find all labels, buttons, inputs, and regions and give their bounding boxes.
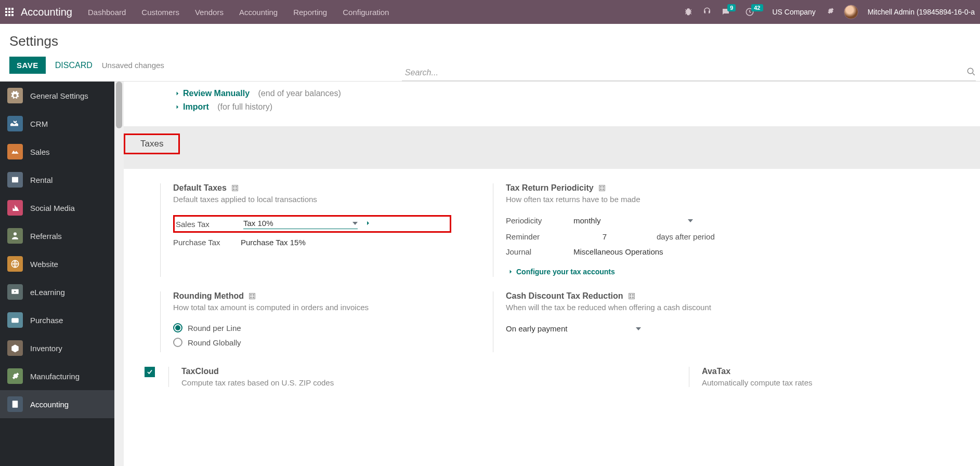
sidebar-label: Sales [30, 148, 50, 156]
messages-icon[interactable]: 9 [721, 7, 736, 17]
label-periodicity: Periodicity [506, 216, 573, 225]
setting-title: TaxCloud [181, 367, 219, 376]
checkbox-taxcloud[interactable] [145, 367, 155, 377]
setting-title: Default Taxes [173, 183, 227, 193]
activities-icon[interactable]: 42 [745, 7, 763, 17]
svg-rect-27 [632, 295, 633, 296]
sidebar-item-general[interactable]: General Settings [0, 82, 114, 110]
field-periodicity[interactable]: monthly [573, 215, 693, 226]
svg-rect-13 [233, 189, 234, 190]
settings-sidebar: General Settings CRM Sales Rental Social… [0, 82, 114, 466]
svg-rect-28 [630, 297, 631, 298]
company-icon [248, 292, 256, 300]
box-cash-discount: Cash Discount Tax Reduction When will th… [493, 291, 784, 352]
nav-customers[interactable]: Customers [141, 8, 179, 17]
sidebar-item-website[interactable]: Website [0, 250, 114, 278]
radio-icon [173, 323, 182, 332]
sidebar-label: General Settings [30, 91, 88, 100]
unsaved-indicator: Unsaved changes [102, 61, 164, 70]
messages-badge: 9 [727, 4, 736, 11]
main-nav: Dashboard Customers Vendors Accounting R… [88, 8, 389, 17]
sidebar-label: Accounting [30, 400, 69, 409]
sidebar-item-purchase[interactable]: Purchase [0, 306, 114, 334]
setting-title: Tax Return Periodicity [506, 183, 594, 193]
sidebar-item-manufacturing[interactable]: Manufacturing [0, 362, 114, 390]
nav-reporting[interactable]: Reporting [293, 8, 327, 17]
company-icon [231, 184, 239, 192]
nav-configuration[interactable]: Configuration [343, 8, 389, 17]
svg-rect-19 [603, 189, 604, 190]
svg-point-1 [968, 68, 973, 74]
label-reminder: Reminder [506, 232, 573, 241]
topbar: Accounting Dashboard Customers Vendors A… [0, 0, 980, 24]
link-configure-tax-accounts[interactable]: Configure your tax accounts [506, 268, 615, 276]
svg-rect-11 [233, 187, 234, 188]
field-cash-discount[interactable]: On early payment [506, 323, 641, 334]
sidebar-item-accounting[interactable]: Accounting [0, 390, 114, 418]
field-sales-tax[interactable]: Tax 10% [243, 219, 358, 229]
radio-round-per-line[interactable]: Round per Line [173, 323, 451, 332]
search-icon[interactable] [966, 67, 976, 78]
link-import[interactable]: Import (for full history) [173, 102, 980, 112]
avatar[interactable] [844, 5, 858, 19]
box-default-taxes: Default Taxes Default taxes applied to l… [160, 183, 451, 277]
svg-rect-24 [253, 297, 254, 298]
external-link-icon[interactable] [363, 219, 371, 229]
sidebar-label: Referrals [30, 232, 62, 241]
box-rounding: Rounding Method How total tax amount is … [160, 291, 451, 352]
activities-badge: 42 [751, 4, 763, 11]
svg-point-4 [14, 232, 17, 235]
sidebar-item-elearning[interactable]: eLearning [0, 278, 114, 306]
sidebar-label: Manufacturing [30, 372, 80, 381]
svg-rect-12 [236, 187, 237, 188]
debug-icon[interactable] [825, 7, 834, 18]
sidebar-label: Inventory [30, 344, 62, 353]
setting-desc: Default taxes applied to local transacti… [173, 195, 451, 204]
nav-accounting[interactable]: Accounting [239, 8, 278, 17]
setting-title: Cash Discount Tax Reduction [506, 291, 623, 301]
company-switcher[interactable]: US Company [773, 8, 816, 16]
setting-desc: When will the tax be reduced when offeri… [506, 303, 784, 312]
apps-icon[interactable] [5, 8, 14, 16]
sidebar-label: Rental [30, 176, 53, 184]
support-icon[interactable] [702, 7, 712, 18]
highlight-sales-tax: Sales Tax Tax 10% [173, 215, 451, 233]
sidebar-label: Website [30, 260, 58, 269]
sidebar-item-social[interactable]: Social Media [0, 194, 114, 222]
setting-title: Rounding Method [173, 291, 244, 301]
discard-button[interactable]: DISCARD [55, 61, 93, 70]
sidebar-item-rental[interactable]: Rental [0, 166, 114, 194]
bug-icon[interactable] [684, 7, 693, 18]
field-journal[interactable]: Miscellaneous Operations [573, 247, 663, 256]
sidebar-item-sales[interactable]: Sales [0, 138, 114, 166]
section-taxes-header: Taxes [124, 134, 180, 154]
company-icon [598, 184, 606, 192]
svg-rect-26 [630, 295, 631, 296]
user-menu[interactable]: Mitchell Admin (19845894-16-0-a [868, 8, 975, 16]
sidebar-item-referrals[interactable]: Referrals [0, 222, 114, 250]
setting-desc: How total tax amount is computed in orde… [173, 303, 451, 312]
save-button[interactable]: SAVE [9, 57, 46, 74]
radio-icon [173, 338, 182, 347]
svg-rect-16 [600, 187, 601, 188]
svg-rect-8 [11, 319, 19, 321]
sidebar-item-inventory[interactable]: Inventory [0, 334, 114, 362]
link-review-manually[interactable]: Review Manually (end of year balances) [173, 89, 980, 98]
field-reminder[interactable]: 7 [573, 232, 636, 241]
label-days-after: days after period [657, 232, 715, 241]
brand[interactable]: Accounting [21, 6, 72, 18]
nav-vendors[interactable]: Vendors [195, 8, 224, 17]
sidebar-label: Purchase [30, 316, 63, 325]
sidebar-scrollbar[interactable] [114, 82, 124, 466]
setting-title: AvaTax [702, 367, 730, 376]
search-input[interactable] [402, 65, 976, 81]
page-title: Settings [9, 33, 398, 49]
settings-content: Review Manually (end of year balances) I… [124, 82, 980, 466]
nav-dashboard[interactable]: Dashboard [88, 8, 126, 17]
sidebar-item-crm[interactable]: CRM [0, 110, 114, 138]
radio-round-globally[interactable]: Round Globally [173, 338, 451, 347]
box-tax-periodicity: Tax Return Periodicity How often tax ret… [493, 183, 784, 277]
field-purchase-tax[interactable]: Purchase Tax 15% [241, 238, 306, 247]
chevron-down-icon [688, 219, 693, 222]
svg-rect-14 [236, 189, 237, 190]
